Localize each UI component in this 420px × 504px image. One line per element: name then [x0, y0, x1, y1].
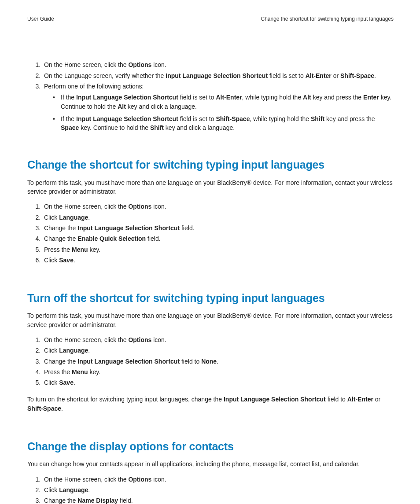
step-text: Change the [44, 224, 77, 232]
after-text: To turn on the shortcut for switching ty… [27, 396, 224, 403]
section-display-options-contacts: Change the display options for contacts … [27, 438, 394, 504]
bullet-text: key and press the [311, 94, 363, 101]
step-text: . [374, 72, 376, 79]
step-text: . [88, 486, 90, 493]
step-item: Click Language. [42, 213, 394, 222]
steps-list: On the Home screen, click the Options ic… [27, 335, 394, 387]
bold-text: Input Language Selection Shortcut [77, 358, 180, 365]
section-heading: Change the shortcut for switching typing… [27, 157, 394, 173]
bullet-text: key. Continue to hold the [79, 124, 150, 131]
step-text: Click [44, 486, 59, 493]
step-text: field. [180, 224, 194, 232]
top-steps-block: On the Home screen, click the Options ic… [27, 60, 394, 132]
steps-list: On the Home screen, click the Options ic… [27, 60, 394, 132]
step-text: On the Home screen, click the [44, 476, 128, 483]
after-text: . [61, 405, 63, 412]
step-text: Change the [44, 497, 77, 504]
step-item: On the Home screen, click the Options ic… [42, 202, 394, 211]
step-text: On the Home screen, click the [44, 61, 128, 68]
bold-text: Alt-Enter [216, 94, 242, 101]
step-item: On the Home screen, click the Options ic… [42, 60, 394, 69]
step-text: . [74, 379, 75, 386]
step-text: Click [44, 379, 59, 386]
step-text: On the Language screen, verify whether t… [44, 72, 166, 79]
step-item: Click Save. [42, 378, 394, 387]
bold-text: Alt-Enter [306, 72, 332, 79]
section-intro: You can change how your contacts appear … [27, 460, 394, 468]
bullet-text: key and click a language. [164, 124, 235, 131]
step-item: Change the Input Language Selection Shor… [42, 357, 394, 366]
step-text: or [332, 72, 340, 79]
bullet-text: If the [61, 115, 76, 122]
step-text: Change the [44, 358, 77, 365]
bold-text: Shift [311, 115, 324, 122]
section-intro: To perform this task, you must have more… [27, 311, 394, 329]
step-text: key. [88, 368, 101, 375]
bold-text: Language [59, 214, 88, 221]
step-item: Perform one of the following actions: If… [42, 82, 394, 132]
bold-text: Options [128, 476, 151, 483]
step-text: icon. [151, 476, 166, 483]
after-text: or [373, 396, 380, 403]
bold-text: Language [59, 486, 88, 493]
bullet-text: , while typing hold the [242, 94, 303, 101]
step-item: On the Home screen, click the Options ic… [42, 335, 394, 344]
bold-text: Alt [118, 103, 126, 110]
step-text: . [217, 358, 218, 365]
section-intro: To perform this task, you must have more… [27, 178, 394, 196]
bold-text: Alt [303, 94, 311, 101]
bold-text: Alt-Enter [347, 396, 373, 403]
step-text: On the Home screen, click the [44, 336, 128, 343]
bullet-text: key and press the [324, 115, 375, 122]
step-item: Click Language. [42, 486, 394, 494]
bullet-text: key and click a language. [126, 103, 197, 110]
bold-text: Name Display [77, 497, 118, 504]
step-text: Change the [44, 235, 77, 242]
bullet-text: If the [61, 94, 76, 101]
step-item: Press the Menu key. [42, 245, 394, 254]
section-heading: Turn off the shortcut for switching typi… [27, 290, 394, 306]
step-item: Change the Input Language Selection Shor… [42, 224, 394, 232]
bold-text: None [201, 358, 217, 365]
step-text: . [88, 214, 90, 221]
page-header: User Guide Change the shortcut for switc… [27, 15, 394, 23]
step-item: On the Home screen, click the Options ic… [42, 475, 394, 484]
after-text: field to [326, 396, 347, 403]
sub-bullet-list: If the Input Language Selection Shortcut… [44, 93, 394, 132]
step-text: . [74, 257, 75, 264]
bold-text: Save [59, 379, 74, 386]
header-left: User Guide [27, 15, 54, 23]
step-text: field is set to [268, 72, 306, 79]
bullet-text: , while typing hold the [250, 115, 311, 122]
section-change-shortcut: Change the shortcut for switching typing… [27, 157, 394, 265]
step-text: Perform one of the following actions: [44, 83, 144, 90]
step-item: Click Language. [42, 346, 394, 355]
step-text: . [88, 347, 90, 354]
step-text: Click [44, 257, 59, 264]
step-item: Click Save. [42, 256, 394, 265]
step-text: icon. [151, 61, 166, 68]
section-turn-off-shortcut: Turn off the shortcut for switching typi… [27, 290, 394, 413]
section-heading: Change the display options for contacts [27, 438, 394, 454]
step-item: Change the Enable Quick Selection field. [42, 234, 394, 243]
step-text: icon. [151, 336, 166, 343]
header-right: Change the shortcut for switching typing… [261, 15, 394, 23]
bullet-text: field is set to [178, 94, 216, 101]
bold-text: Enable Quick Selection [77, 235, 146, 242]
step-item: Change the Name Display field. [42, 496, 394, 504]
step-text: On the Home screen, click the [44, 203, 128, 210]
bullet-text: field is set to [178, 115, 216, 122]
step-text: icon. [151, 203, 166, 210]
bold-text: Options [128, 203, 151, 210]
sub-bullet-item: If the Input Language Selection Shortcut… [53, 114, 394, 132]
section-after-note: To turn on the shortcut for switching ty… [27, 395, 394, 413]
step-item: Press the Menu key. [42, 368, 394, 376]
bold-text: Options [128, 61, 151, 68]
step-text: Click [44, 347, 59, 354]
bold-text: Options [128, 336, 151, 343]
bold-text: Shift [150, 124, 164, 131]
bold-text: Input Language Selection Shortcut [224, 396, 326, 403]
bold-text: Menu [72, 246, 88, 253]
step-text: Click [44, 214, 59, 221]
steps-list: On the Home screen, click the Options ic… [27, 475, 394, 504]
